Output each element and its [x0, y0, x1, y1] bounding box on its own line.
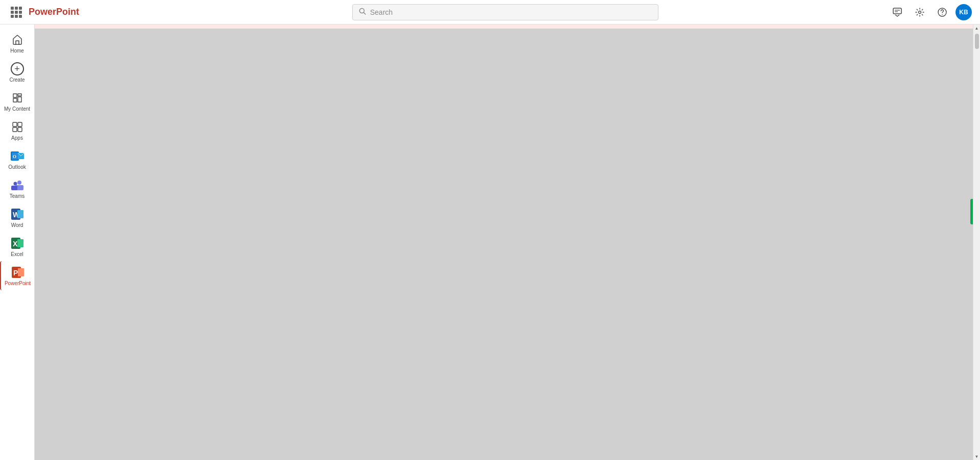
svg-line-1	[364, 13, 366, 15]
svg-rect-25	[17, 239, 23, 247]
svg-rect-19	[11, 186, 17, 190]
scroll-up-button[interactable]: ▲	[974, 24, 979, 32]
mycontent-icon	[10, 91, 24, 105]
topbar: PowerPoint Search	[0, 0, 980, 24]
svg-text:X: X	[13, 240, 18, 248]
svg-rect-28	[18, 268, 24, 276]
content-area: ▲ ▼	[35, 24, 980, 460]
green-accent-tab[interactable]	[970, 199, 973, 224]
sidebar-item-outlook[interactable]: O Outlook	[0, 145, 34, 174]
sidebar-item-home[interactable]: Home	[0, 29, 34, 58]
teams-icon	[10, 178, 24, 192]
sidebar-item-powerpoint[interactable]: P PowerPoint	[0, 261, 34, 290]
svg-rect-2	[893, 8, 901, 14]
sidebar-item-teams[interactable]: Teams	[0, 174, 34, 203]
create-icon: +	[10, 62, 24, 76]
settings-button[interactable]	[911, 3, 929, 21]
feedback-button[interactable]	[888, 3, 906, 21]
app-title: PowerPoint	[29, 7, 79, 17]
sidebar-item-word[interactable]: W Word	[0, 203, 34, 232]
avatar[interactable]: KB	[955, 4, 972, 20]
sidebar-item-apps[interactable]: Apps	[0, 116, 34, 145]
svg-rect-11	[18, 127, 22, 132]
search-icon	[359, 8, 366, 16]
content-top-banner	[35, 24, 980, 29]
help-button[interactable]	[933, 3, 951, 21]
sidebar-item-powerpoint-label: PowerPoint	[5, 280, 31, 286]
svg-rect-8	[13, 122, 17, 126]
sidebar-item-create-label: Create	[9, 77, 24, 83]
scroll-down-button[interactable]: ▼	[974, 453, 979, 460]
outlook-icon: O	[10, 149, 24, 163]
scrollbar-thumb[interactable]	[975, 34, 979, 49]
sidebar-item-apps-label: Apps	[11, 135, 23, 141]
apps-icon	[10, 120, 24, 134]
sidebar-item-excel-label: Excel	[11, 251, 23, 257]
search-placeholder: Search	[370, 8, 393, 16]
svg-point-18	[13, 182, 17, 186]
sidebar-item-word-label: Word	[11, 222, 23, 228]
excel-icon: X	[10, 236, 24, 250]
sidebar-item-home-label: Home	[10, 48, 24, 54]
search-bar-container: Search	[141, 4, 870, 20]
svg-rect-10	[13, 127, 17, 132]
svg-rect-22	[17, 210, 23, 218]
topbar-right: KB	[870, 3, 972, 21]
svg-point-7	[942, 14, 943, 15]
home-icon	[10, 33, 24, 47]
svg-point-5	[919, 11, 921, 13]
sidebar-item-teams-label: Teams	[10, 193, 24, 199]
waffle-menu-button[interactable]	[8, 4, 24, 20]
word-icon: W	[10, 207, 24, 221]
sidebar-item-excel[interactable]: X Excel	[0, 232, 34, 261]
svg-point-16	[17, 181, 21, 185]
powerpoint-icon: P	[11, 265, 25, 279]
svg-text:O: O	[13, 154, 16, 159]
sidebar: Home + Create My Content	[0, 24, 35, 460]
sidebar-item-create[interactable]: + Create	[0, 58, 34, 87]
topbar-left: PowerPoint	[8, 4, 141, 20]
content-main	[35, 29, 980, 460]
sidebar-item-outlook-label: Outlook	[8, 164, 26, 170]
scrollbar[interactable]: ▲ ▼	[973, 24, 980, 460]
sidebar-item-mycontent-label: My Content	[4, 106, 30, 112]
svg-text:P: P	[13, 269, 18, 277]
search-input[interactable]: Search	[352, 4, 658, 20]
main-layout: Home + Create My Content	[0, 24, 980, 460]
svg-rect-9	[18, 122, 22, 126]
sidebar-item-mycontent[interactable]: My Content	[0, 87, 34, 116]
